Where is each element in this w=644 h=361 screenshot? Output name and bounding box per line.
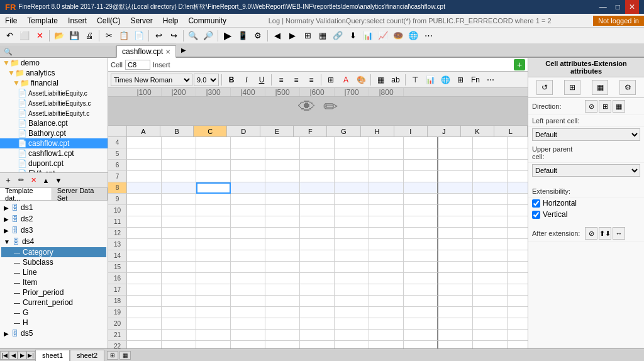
cell-K8[interactable]: [473, 182, 508, 194]
cell-I19[interactable]: [404, 307, 438, 318]
cell-C22[interactable]: [196, 341, 231, 348]
cell-L15[interactable]: [508, 262, 528, 273]
col-header-g[interactable]: G: [327, 126, 360, 136]
cell-A10[interactable]: [127, 205, 162, 216]
rp-icon-table[interactable]: ⊞: [564, 80, 580, 95]
cell-I16[interactable]: [404, 273, 438, 284]
col-header-d[interactable]: D: [227, 126, 260, 136]
cell-I21[interactable]: [404, 330, 438, 341]
ds-sub-prior[interactable]: — Prior_period: [1, 287, 106, 297]
sheet-nav-next[interactable]: ▶: [18, 351, 26, 360]
cell-D15[interactable]: [231, 262, 265, 273]
cell-I10[interactable]: [404, 205, 438, 216]
row-header-7[interactable]: 7: [108, 171, 127, 182]
bg-color-btn[interactable]: 🎨: [354, 74, 368, 86]
cell-H6[interactable]: [369, 160, 404, 171]
more-fmt-btn[interactable]: ⋯: [484, 74, 497, 86]
cell-C12[interactable]: [196, 228, 231, 239]
ds-up-btn[interactable]: ▲: [40, 175, 52, 186]
cell-H19[interactable]: [369, 307, 404, 318]
cell-E5[interactable]: [265, 148, 300, 160]
cell-B22[interactable]: [162, 341, 196, 348]
cell-H10[interactable]: [369, 205, 404, 216]
row-header-10[interactable]: 10: [108, 205, 127, 216]
cell-J15[interactable]: [438, 262, 473, 273]
tb-undo-btn[interactable]: ↩: [152, 29, 165, 43]
tb-down-btn[interactable]: ⬇: [346, 29, 360, 43]
cell-ref-input[interactable]: [125, 60, 150, 70]
cell-I20[interactable]: [404, 318, 438, 330]
cell-A18[interactable]: [127, 296, 162, 307]
row-header-15[interactable]: 15: [108, 262, 127, 273]
cell-C5[interactable]: [196, 148, 231, 160]
cell-J13[interactable]: [438, 239, 473, 250]
cell-C18[interactable]: [196, 296, 231, 307]
cell-C7[interactable]: [196, 171, 231, 182]
cell-A17[interactable]: [127, 284, 162, 296]
cell-G22[interactable]: [335, 341, 369, 348]
cell-D4[interactable]: [231, 137, 265, 148]
rp-vertical-check[interactable]: [532, 211, 540, 219]
cell-F8[interactable]: [300, 182, 335, 194]
cell-G12[interactable]: [335, 228, 369, 239]
cell-H4[interactable]: [369, 137, 404, 148]
cell-F16[interactable]: [300, 273, 335, 284]
cell-J18[interactable]: [438, 296, 473, 307]
cell-G4[interactable]: [335, 137, 369, 148]
cell-I4[interactable]: [404, 137, 438, 148]
cell-A22[interactable]: [127, 341, 162, 348]
cell-A19[interactable]: [127, 307, 162, 318]
cell-G7[interactable]: [335, 171, 369, 182]
ds-edit-btn[interactable]: ✏: [15, 175, 26, 186]
cell-H15[interactable]: [369, 262, 404, 273]
cell-I11[interactable]: [404, 216, 438, 228]
cell-L6[interactable]: [508, 160, 528, 171]
cell-E20[interactable]: [265, 318, 300, 330]
ds-sub-line[interactable]: — Line: [1, 267, 106, 277]
col-header-e[interactable]: E: [260, 126, 294, 136]
cell-H17[interactable]: [369, 284, 404, 296]
cell-I18[interactable]: [404, 296, 438, 307]
tab-right-arrow[interactable]: ▶: [179, 45, 189, 55]
cell-C15[interactable]: [196, 262, 231, 273]
ds-sub-subclass[interactable]: — Subclass: [1, 257, 106, 267]
tb-open-btn[interactable]: 📂: [52, 29, 66, 43]
cell-E12[interactable]: [265, 228, 300, 239]
cell-K16[interactable]: [473, 273, 508, 284]
tb-geo-btn[interactable]: 🌐: [406, 29, 420, 43]
cell-H14[interactable]: [369, 250, 404, 262]
cell-E14[interactable]: [265, 250, 300, 262]
ds-tab-template[interactable]: Template dat...: [0, 188, 52, 200]
col-header-b[interactable]: B: [160, 126, 194, 136]
cell-C4[interactable]: [196, 137, 231, 148]
italic-btn[interactable]: I: [240, 74, 253, 86]
menu-help[interactable]: Help: [158, 14, 184, 28]
cell-D12[interactable]: [231, 228, 265, 239]
rp-dir-none-btn[interactable]: ⊘: [585, 100, 597, 113]
tb-more-btn[interactable]: ⋯: [421, 29, 435, 43]
cell-B20[interactable]: [162, 318, 196, 330]
rp-dir-h-btn[interactable]: ⊞: [599, 100, 611, 113]
cell-L5[interactable]: [508, 148, 528, 160]
rp-dir-v-btn[interactable]: ▦: [613, 100, 625, 113]
tb-mobile-btn[interactable]: 📱: [236, 29, 250, 43]
fn-btn[interactable]: Fn: [469, 74, 482, 86]
row-header-20[interactable]: 20: [108, 318, 127, 330]
grid-area[interactable]: A B C D E F G H I J K L 4567891011121314…: [108, 126, 528, 348]
cell-B19[interactable]: [162, 307, 196, 318]
col-header-l[interactable]: L: [494, 126, 528, 136]
cell-A11[interactable]: [127, 216, 162, 228]
ds-tab-server[interactable]: Server Data Set: [52, 188, 108, 200]
cell-I15[interactable]: [404, 262, 438, 273]
cell-D18[interactable]: [231, 296, 265, 307]
cell-F11[interactable]: [300, 216, 335, 228]
cell-E13[interactable]: [265, 239, 300, 250]
cell-H5[interactable]: [369, 148, 404, 160]
cell-A13[interactable]: [127, 239, 162, 250]
cell-K21[interactable]: [473, 330, 508, 341]
cell-G11[interactable]: [335, 216, 369, 228]
cell-E7[interactable]: [265, 171, 300, 182]
cell-L13[interactable]: [508, 239, 528, 250]
cell-F15[interactable]: [300, 262, 335, 273]
cell-G20[interactable]: [335, 318, 369, 330]
